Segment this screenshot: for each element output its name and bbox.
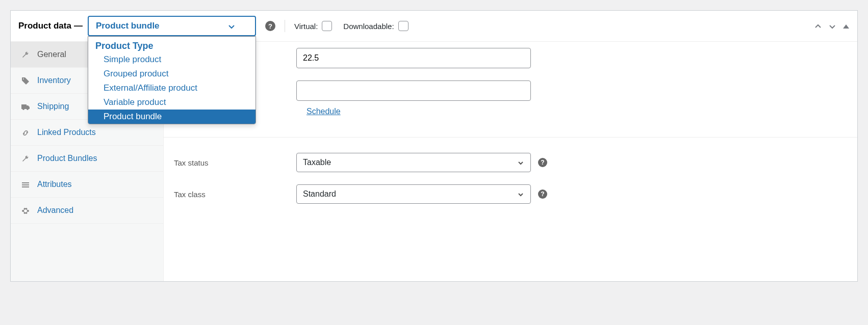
dropdown-group-label: Product Type bbox=[88, 37, 256, 52]
sidebar-item-label: General bbox=[37, 50, 66, 59]
chevron-down-icon bbox=[517, 189, 524, 199]
panel-title: Product data bbox=[18, 21, 71, 31]
tax-class-row: Tax class Standard ? bbox=[164, 178, 857, 210]
sidebar-item-label: Shipping bbox=[37, 102, 69, 111]
sidebar-item-bundles[interactable]: Product Bundles bbox=[11, 146, 163, 172]
section-divider bbox=[164, 122, 857, 138]
dropdown-option-variable[interactable]: Variable product bbox=[88, 95, 256, 110]
tax-class-select[interactable]: Standard bbox=[296, 184, 531, 204]
chevron-down-icon[interactable] bbox=[828, 21, 836, 32]
sidebar-item-advanced[interactable]: Advanced bbox=[11, 198, 163, 224]
help-icon[interactable]: ? bbox=[538, 189, 547, 199]
chevron-down-icon bbox=[227, 21, 236, 31]
link-icon bbox=[21, 128, 30, 137]
product-type-dropdown: Product Type Simple product Grouped prod… bbox=[88, 36, 256, 124]
tax-status-row: Tax status Taxable ? bbox=[164, 147, 857, 178]
help-icon[interactable]: ? bbox=[265, 21, 275, 31]
content-area: Schedule Tax status Taxable ? Tax class … bbox=[164, 42, 857, 281]
virtual-group: Virtual: bbox=[294, 21, 332, 31]
dropdown-option-external[interactable]: External/Affiliate product bbox=[88, 81, 256, 95]
sidebar-item-label: Inventory bbox=[37, 76, 71, 85]
tax-class-label: Tax class bbox=[174, 190, 296, 199]
product-type-select[interactable]: Product bundle Product Type Simple produ… bbox=[88, 16, 256, 36]
dropdown-option-simple[interactable]: Simple product bbox=[88, 52, 256, 67]
product-type-selected: Product bundle bbox=[96, 21, 160, 31]
downloadable-label: Downloadable: bbox=[343, 22, 394, 31]
svg-rect-2 bbox=[22, 186, 29, 187]
tax-class-value: Standard bbox=[303, 189, 336, 199]
header-controls bbox=[814, 21, 850, 32]
virtual-checkbox[interactable] bbox=[322, 21, 332, 31]
product-type-selectbox[interactable]: Product bundle bbox=[88, 16, 256, 36]
chevron-up-icon[interactable] bbox=[814, 21, 822, 32]
tag-icon bbox=[21, 76, 30, 85]
list-icon bbox=[21, 180, 30, 189]
regular-price-row bbox=[164, 42, 857, 74]
wrench-icon bbox=[21, 50, 30, 59]
sidebar-item-label: Product Bundles bbox=[37, 154, 97, 163]
gear-icon bbox=[21, 206, 30, 215]
triangle-up-icon[interactable] bbox=[843, 21, 850, 32]
downloadable-checkbox[interactable] bbox=[398, 21, 409, 31]
dropdown-option-bundle[interactable]: Product bundle bbox=[88, 110, 256, 124]
title-dash: — bbox=[74, 21, 83, 31]
sidebar-item-attributes[interactable]: Attributes bbox=[11, 172, 163, 198]
sidebar-item-label: Advanced bbox=[37, 206, 73, 215]
product-data-panel: Product data — Product bundle Product Ty… bbox=[10, 10, 858, 282]
help-icon[interactable]: ? bbox=[538, 158, 547, 167]
chevron-down-icon bbox=[517, 158, 524, 167]
panel-header: Product data — Product bundle Product Ty… bbox=[11, 11, 857, 42]
sidebar-item-label: Linked Products bbox=[37, 128, 96, 137]
truck-icon bbox=[21, 102, 30, 111]
tax-status-select[interactable]: Taxable bbox=[296, 153, 531, 172]
sidebar-item-label: Attributes bbox=[37, 180, 72, 189]
virtual-label: Virtual: bbox=[294, 22, 318, 31]
sale-price-row bbox=[164, 74, 857, 107]
downloadable-group: Downloadable: bbox=[343, 21, 408, 31]
header-divider bbox=[285, 20, 285, 32]
regular-price-input[interactable] bbox=[296, 48, 531, 68]
svg-rect-1 bbox=[22, 184, 29, 185]
dropdown-option-grouped[interactable]: Grouped product bbox=[88, 67, 256, 81]
wrench-icon bbox=[21, 154, 30, 163]
sale-price-input[interactable] bbox=[296, 80, 531, 101]
svg-rect-0 bbox=[22, 182, 29, 183]
tax-status-label: Tax status bbox=[174, 158, 296, 167]
schedule-link[interactable]: Schedule bbox=[296, 107, 341, 122]
tax-status-value: Taxable bbox=[303, 158, 331, 167]
